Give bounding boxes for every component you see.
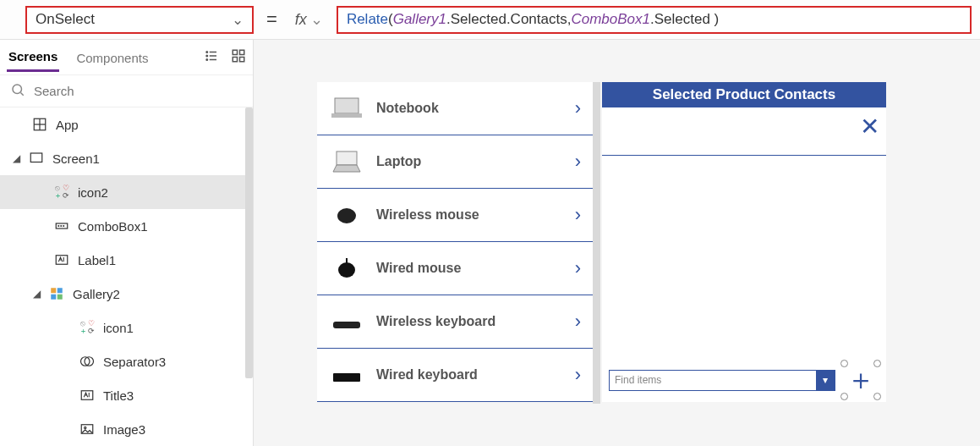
chevron-down-icon: ⌄ — [310, 10, 323, 29]
tree-label: Title3 — [103, 388, 134, 403]
svg-point-4 — [206, 55, 208, 57]
scrollbar[interactable] — [593, 82, 600, 404]
svg-rect-9 — [240, 58, 244, 62]
svg-point-3 — [206, 52, 208, 53]
svg-point-35 — [338, 262, 355, 278]
gallery-item[interactable]: Wired keyboard › — [317, 349, 593, 402]
property-name: OnSelect — [36, 11, 95, 28]
tree-item-gallery2[interactable]: ◢ Gallery2 — [0, 277, 253, 311]
svg-rect-8 — [233, 58, 237, 62]
search-input[interactable] — [34, 84, 243, 98]
svg-point-19 — [63, 226, 64, 227]
icons-control-icon: ⦸♡＋⟳ — [78, 320, 96, 335]
tree-view-panel: Screens Components — [0, 40, 254, 446]
svg-point-10 — [13, 85, 22, 94]
product-thumb — [329, 308, 364, 335]
property-selector[interactable]: OnSelect ⌄ — [25, 6, 254, 34]
image-icon — [78, 421, 96, 437]
grid-view-icon[interactable] — [231, 48, 246, 66]
contacts-pane: Selected Product Contacts ✕ Find items ▾… — [602, 82, 886, 402]
formula-token: .Selected.Contacts, — [446, 11, 571, 28]
svg-point-29 — [85, 427, 86, 428]
gallery-item[interactable]: Wireless keyboard › — [317, 295, 593, 349]
svg-rect-32 — [337, 151, 357, 165]
chevron-down-icon: ⌄ — [232, 11, 244, 29]
tree-label: Screen1 — [52, 151, 100, 166]
tree-label: Image3 — [103, 422, 145, 437]
svg-rect-22 — [57, 288, 63, 293]
svg-line-11 — [20, 92, 23, 95]
selection-handle[interactable] — [873, 393, 881, 400]
caret-down-icon[interactable]: ◢ — [32, 288, 41, 300]
icons-control-icon: ⦸♡＋⟳ — [52, 184, 71, 200]
svg-rect-6 — [233, 50, 237, 54]
tree-item-separator3[interactable]: Separator3 — [0, 344, 253, 378]
svg-rect-23 — [51, 295, 56, 300]
chevron-right-icon: › — [575, 311, 581, 333]
chevron-right-icon: › — [575, 151, 581, 173]
contacts-body: ✕ Find items ▾ ＋ — [602, 107, 886, 402]
tree-label: Gallery2 — [73, 287, 120, 301]
add-icon-selected[interactable]: ＋ — [842, 361, 879, 399]
tab-components[interactable]: Components — [74, 44, 150, 71]
svg-rect-7 — [240, 50, 244, 54]
gallery-item[interactable]: Wireless mouse › — [317, 189, 593, 242]
formula-token: .Selected ) — [650, 11, 719, 28]
product-thumb — [329, 255, 364, 282]
svg-marker-33 — [333, 165, 360, 172]
chevron-right-icon: › — [575, 204, 581, 226]
formula-bar: OnSelect ⌄ = fx ⌄ Relate ( Gallery1 .Sel… — [0, 0, 980, 40]
svg-point-17 — [58, 226, 59, 227]
tree-label: ComboBox1 — [78, 219, 148, 234]
scrollbar[interactable] — [245, 107, 253, 378]
tree-label: Label1 — [78, 253, 116, 267]
search-row — [0, 75, 253, 107]
close-icon[interactable]: ✕ — [860, 113, 879, 140]
tree-item-screen1[interactable]: ◢ Screen1 — [0, 141, 253, 175]
formula-input[interactable]: Relate ( Gallery1 .Selected.Contacts, Co… — [337, 6, 972, 34]
tree-item-icon1[interactable]: ⦸♡＋⟳ icon1 — [0, 311, 253, 344]
label-icon — [78, 388, 96, 403]
svg-rect-24 — [57, 295, 63, 300]
combobox-placeholder: Find items — [610, 374, 816, 386]
tree-item-app[interactable]: App — [0, 107, 253, 141]
svg-rect-30 — [335, 98, 359, 113]
selection-handle[interactable] — [840, 360, 848, 367]
gallery-item-label: Wired keyboard — [376, 367, 563, 383]
chevron-down-icon[interactable]: ▾ — [816, 371, 835, 390]
label-icon — [52, 252, 71, 267]
svg-rect-37 — [333, 373, 360, 382]
tree-label: icon2 — [78, 185, 108, 200]
fx-button[interactable]: fx ⌄ — [290, 10, 328, 29]
tree-item-title3[interactable]: Title3 — [0, 378, 253, 412]
combobox-icon — [52, 218, 71, 234]
tree-item-label1[interactable]: Label1 — [0, 243, 253, 277]
product-thumb — [329, 361, 364, 388]
svg-point-18 — [61, 226, 62, 227]
contacts-header: Selected Product Contacts — [602, 82, 886, 107]
tab-screens[interactable]: Screens — [7, 42, 59, 72]
canvas[interactable]: Notebook › Laptop › Wireless mouse › — [254, 40, 980, 446]
tree-item-image3[interactable]: Image3 — [0, 412, 253, 446]
gallery-item[interactable]: Notebook › — [317, 82, 593, 135]
svg-rect-31 — [331, 113, 362, 118]
gallery-item[interactable]: Wired mouse › — [317, 242, 593, 295]
equals-label: = — [262, 8, 282, 30]
svg-point-34 — [337, 208, 356, 223]
selection-handle[interactable] — [873, 360, 881, 367]
svg-rect-15 — [30, 153, 42, 162]
combobox[interactable]: Find items ▾ — [609, 370, 835, 391]
chevron-right-icon: › — [575, 257, 581, 279]
tree-item-icon2[interactable]: ⦸♡＋⟳ icon2 — [0, 175, 253, 209]
gallery-item[interactable]: Laptop › — [317, 135, 593, 189]
search-icon — [10, 82, 25, 100]
list-view-icon[interactable] — [204, 48, 219, 66]
plus-icon: ＋ — [847, 366, 874, 394]
gallery-item-label: Wireless keyboard — [376, 314, 563, 329]
caret-down-icon[interactable]: ◢ — [12, 152, 20, 164]
tree-item-combobox1[interactable]: ComboBox1 — [0, 209, 253, 243]
app-icon — [30, 117, 49, 132]
gallery-icon — [47, 286, 66, 301]
selection-handle[interactable] — [840, 393, 848, 400]
svg-rect-36 — [333, 322, 360, 328]
